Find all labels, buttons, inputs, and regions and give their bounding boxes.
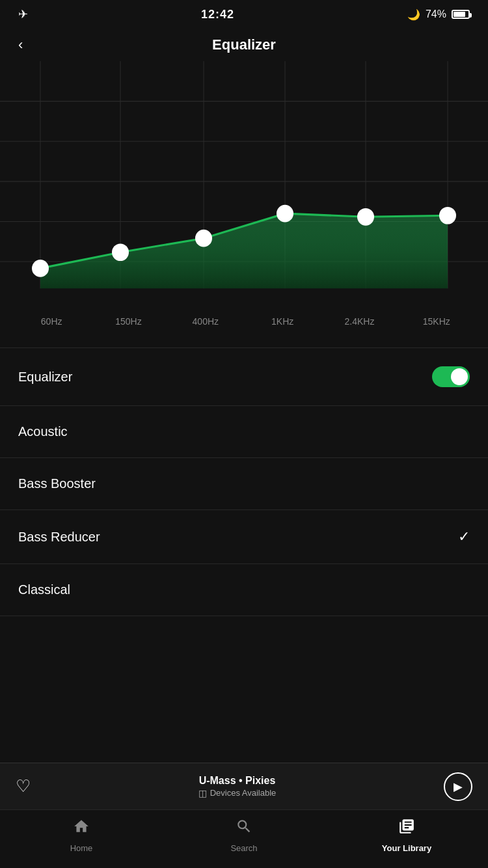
freq-label-3: 1KHz [244,316,321,327]
eq-chart-svg[interactable] [0,61,488,308]
preset-label-bass-booster: Bass Booster [18,476,96,491]
search-icon [236,818,252,839]
header: ‹ Equalizer [0,29,488,61]
status-time: 12:42 [201,8,234,21]
back-button[interactable]: ‹ [18,36,23,53]
freq-label-4: 2.4KHz [321,316,398,327]
eq-point-0[interactable] [32,260,49,277]
preset-label-bass-reducer: Bass Reducer [18,530,100,545]
preset-label-acoustic: Acoustic [18,424,68,439]
device-row: ◫ Devices Available [31,788,444,798]
equalizer-toggle-row[interactable]: Equalizer [0,347,488,406]
freq-label-5: 15KHz [398,316,475,327]
play-button[interactable]: ▶ [444,772,472,801]
battery-percent: 74% [426,8,446,20]
eq-filled-area [40,213,448,288]
eq-point-1[interactable] [112,243,129,261]
play-icon: ▶ [454,780,463,794]
tab-home[interactable]: Home [0,818,163,853]
home-icon [73,818,90,839]
airplane-mode-icon: ✈ [18,7,28,21]
eq-point-5[interactable] [439,207,456,224]
now-playing-info: U-Mass • Pixies ◫ Devices Available [31,775,444,798]
equalizer-toggle[interactable] [432,366,470,387]
page-title: Equalizer [212,36,276,53]
preset-label-classical: Classical [18,582,70,597]
eq-point-2[interactable] [195,230,212,247]
tab-search[interactable]: Search [163,818,325,853]
library-icon [398,818,415,839]
status-right: 🌙 74% [407,8,470,21]
preset-row-acoustic[interactable]: Acoustic [0,406,488,458]
freq-label-1: 150Hz [90,316,167,327]
eq-chart-container: 60Hz 150Hz 400Hz 1KHz 2.4KHz 15KHz [0,61,488,341]
selected-checkmark: ✓ [458,528,470,545]
tab-home-label: Home [70,843,93,853]
tab-library-label: Your Library [382,843,431,853]
like-button[interactable]: ♡ [16,776,31,796]
battery-icon [452,10,470,19]
track-title: U-Mass [199,775,236,786]
eq-point-4[interactable] [357,208,374,226]
preset-row-bass-reducer[interactable]: Bass Reducer ✓ [0,510,488,564]
moon-icon: 🌙 [407,8,420,21]
device-icon: ◫ [198,788,207,798]
track-artist: Pixies [245,775,275,786]
now-playing-title: U-Mass • Pixies [31,775,444,787]
device-label: Devices Available [210,788,277,798]
freq-label-2: 400Hz [167,316,244,327]
eq-point-3[interactable] [277,205,293,223]
tab-library[interactable]: Your Library [325,818,488,853]
status-bar: ✈ 12:42 🌙 74% [0,0,488,29]
equalizer-label: Equalizer [18,370,72,385]
now-playing-bar: ♡ U-Mass • Pixies ◫ Devices Available ▶ [0,763,488,809]
preset-row-bass-booster[interactable]: Bass Booster [0,458,488,510]
tab-search-label: Search [230,843,257,853]
settings-section: Equalizer Acoustic Bass Booster Bass Red… [0,347,488,616]
preset-row-classical[interactable]: Classical [0,564,488,616]
tab-bar: Home Search Your Library [0,809,488,868]
eq-freq-labels: 60Hz 150Hz 400Hz 1KHz 2.4KHz 15KHz [0,311,488,327]
freq-label-0: 60Hz [13,316,90,327]
toggle-thumb [451,368,468,385]
